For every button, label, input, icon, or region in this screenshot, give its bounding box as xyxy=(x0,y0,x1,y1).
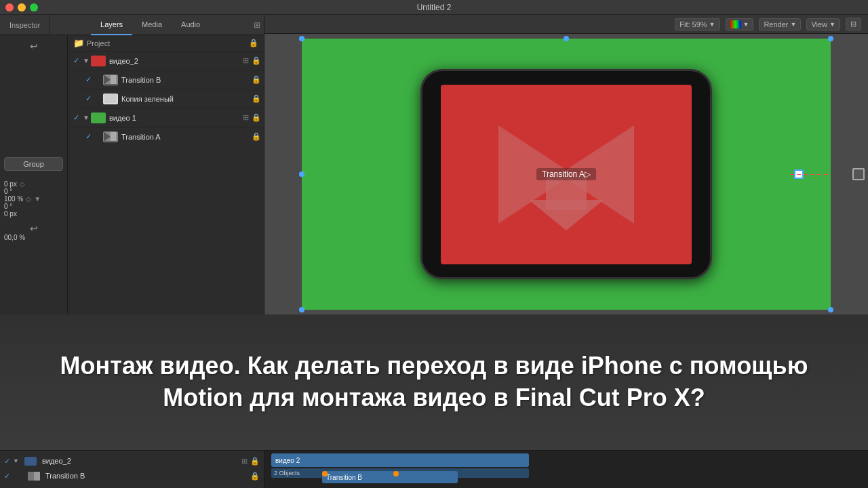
canvas-viewport: Transition A▷ xyxy=(264,34,868,314)
timeline-dot-2 xyxy=(393,471,399,476)
iphone-screen: Transition A▷ xyxy=(441,85,692,264)
tl-lock-transb: 🔒 xyxy=(250,472,260,480)
tab-audio[interactable]: Audio xyxy=(172,15,210,35)
project-icon: 📁 xyxy=(73,38,84,48)
check-kopiya: ✓ xyxy=(83,94,94,103)
bbox-ml xyxy=(299,171,304,177)
panel-header: Inspector Layers Media Audio ⊞ xyxy=(0,15,264,35)
timeline-layer-list: ✓ ▼ видео_2 ⊞ 🔒 ✓ Transition B 🔒 xyxy=(0,451,264,488)
svg-rect-3 xyxy=(104,94,117,103)
color-mode-button[interactable]: ▼ xyxy=(726,18,754,30)
tab-inspector[interactable]: Inspector xyxy=(0,15,50,35)
lock-icon-k: 🔒 xyxy=(252,94,261,103)
svg-rect-11 xyxy=(28,472,34,481)
layers-area: 📁 Project 🔒 ✓ ▼ видео_2 ⊞ 🔒 xyxy=(68,35,264,314)
group-button[interactable]: Group xyxy=(4,157,63,171)
inspector-fields: 0 px ◇ 0 ° 100 % ◇ ▼ 0 ° xyxy=(4,180,63,241)
iphone-mockup: Transition A▷ xyxy=(420,69,712,279)
fullscreen-view-button[interactable]: ⊟ xyxy=(846,18,861,30)
check-transitionb: ✓ xyxy=(83,75,94,84)
transition-label: Transition A▷ xyxy=(536,168,596,180)
panel-options-icon[interactable]: ⊞ xyxy=(250,20,264,30)
fullscreen-button[interactable] xyxy=(30,3,38,12)
check-video2: ✓ xyxy=(71,56,81,65)
layer-name-video2: видео_2 xyxy=(109,57,243,65)
overlay-text-section: Монтаж видео. Как делать переход в виде … xyxy=(0,314,868,450)
layer-name-transitionb: Transition B xyxy=(121,76,252,84)
timeline-clip-transitionb[interactable]: Transition B xyxy=(322,471,458,483)
field-scale: 100 % ◇ ▼ xyxy=(4,195,63,203)
window-title: Untitled 2 xyxy=(417,3,452,12)
timeline-layer-video2[interactable]: ✓ ▼ видео_2 ⊞ 🔒 xyxy=(4,453,260,468)
thumb-transitiona xyxy=(103,131,118,142)
tab-layers[interactable]: Layers xyxy=(91,15,132,35)
tl-check-video2: ✓ xyxy=(4,457,10,466)
view-dropdown-icon: ▼ xyxy=(829,21,835,28)
timeline-layer-transitionb[interactable]: ✓ Transition B 🔒 xyxy=(4,468,260,483)
bbox-br xyxy=(828,307,833,312)
title-bar: Untitled 2 xyxy=(0,0,868,15)
field-angle: 0 ° xyxy=(4,203,63,210)
dropdown-icon[interactable]: ▼ xyxy=(34,195,41,203)
layer-icons-transitiona: 🔒 xyxy=(252,132,261,141)
expand-video1[interactable]: ▼ xyxy=(81,114,91,121)
external-handle[interactable] xyxy=(852,168,865,180)
layer-item-kopiya[interactable]: ✓ Копия зеленый 🔒 xyxy=(80,89,264,108)
field-opacity: 00,0 % xyxy=(4,234,63,241)
layer-item-video1[interactable]: ✓ ▼ видео 1 ⊞ 🔒 xyxy=(68,108,264,127)
layer-item-transitionb[interactable]: ✓ Transition B 🔒 xyxy=(80,70,264,89)
fit-dropdown-icon: ▼ xyxy=(709,21,715,28)
view-button[interactable]: View ▼ xyxy=(806,18,840,30)
fullscreen-icon: ⊟ xyxy=(850,20,856,28)
tl-thumb-video2 xyxy=(24,457,37,466)
bottom-timeline: ✓ ▼ видео_2 ⊞ 🔒 ✓ Transition B 🔒 xyxy=(0,450,868,488)
motion-path-line xyxy=(790,174,831,175)
layer-name-transitiona: Transition A xyxy=(121,133,252,141)
tl-name-video2: видео_2 xyxy=(42,457,71,465)
lock-icon: 🔒 xyxy=(252,56,261,65)
top-section: Inspector Layers Media Audio ⊞ xyxy=(0,15,868,314)
svg-marker-10 xyxy=(529,200,604,230)
field-rotation: 0 ° xyxy=(4,188,63,195)
thumb-transitionb xyxy=(103,75,118,85)
tl-icons-video2: ⊞ 🔒 xyxy=(241,457,260,466)
tl-icons-transb: 🔒 xyxy=(250,472,260,481)
project-lock-icon: 🔒 xyxy=(249,39,258,47)
render-dropdown-icon: ▼ xyxy=(791,21,797,28)
layer-icons-kopiya: 🔒 xyxy=(252,94,261,103)
layer-name-video1: видео 1 xyxy=(109,114,243,122)
svg-rect-5 xyxy=(111,132,117,141)
lock-icon-b: 🔒 xyxy=(252,75,261,84)
layer-name-kopiya: Копия зеленый xyxy=(121,95,252,103)
motion-icon-v1: ⊞ xyxy=(243,113,249,122)
undo-button-2[interactable]: ↩ xyxy=(4,223,63,234)
undo-button[interactable]: ↩ xyxy=(4,41,63,52)
clip-label-objects: 2 Objects xyxy=(274,470,300,476)
layer-item-transitiona[interactable]: ✓ Transition A 🔒 xyxy=(80,127,264,146)
expand-video2[interactable]: ▼ xyxy=(81,57,91,64)
layer-item-video2[interactable]: ✓ ▼ видео_2 ⊞ 🔒 xyxy=(68,52,264,70)
close-button[interactable] xyxy=(5,3,14,12)
render-button[interactable]: Render ▼ xyxy=(759,18,801,30)
clip-label-video2: видео 2 xyxy=(275,457,300,464)
inspector-side: ↩ Group 0 px ◇ 0 ° 100 % ◇ ▼ xyxy=(0,35,68,314)
tl-motion-icon: ⊞ xyxy=(241,457,248,466)
layer-icons-video2: ⊞ 🔒 xyxy=(243,56,261,65)
check-transitiona: ✓ xyxy=(83,132,94,141)
window-controls xyxy=(5,3,38,12)
check-video1: ✓ xyxy=(71,113,81,122)
bbox-bl xyxy=(299,307,304,312)
timeline-dot-1 xyxy=(322,471,328,476)
thumb-kopiya xyxy=(103,94,118,104)
diamond-icon: ◇ xyxy=(20,180,25,188)
tab-media[interactable]: Media xyxy=(132,15,172,35)
minimize-button[interactable] xyxy=(18,3,26,12)
iphone-side-button xyxy=(420,161,422,188)
percent-icon: ◇ xyxy=(26,195,31,203)
fit-button[interactable]: Fit: 59% ▼ xyxy=(675,18,719,30)
layers-tabs: Layers Media Audio xyxy=(50,15,250,35)
timeline-clip-video2[interactable]: видео 2 xyxy=(271,453,529,467)
clip-label-transitionb: Transition B xyxy=(326,474,362,481)
field-offset: 0 px xyxy=(4,210,63,218)
layer-icons-transitionb: 🔒 xyxy=(252,75,261,84)
